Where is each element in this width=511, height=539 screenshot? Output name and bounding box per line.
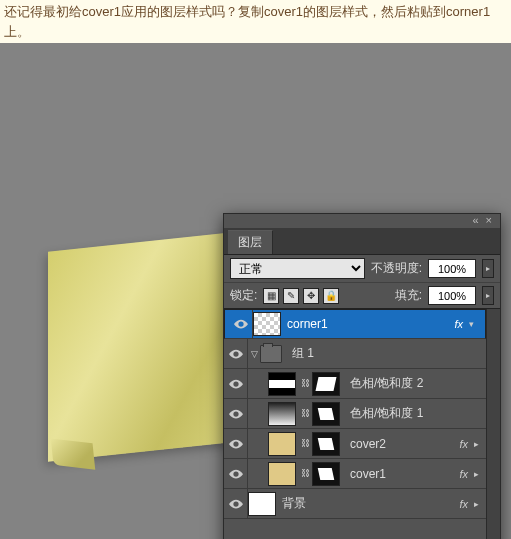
- fill-chevron-icon[interactable]: ▸: [482, 286, 494, 305]
- layer-name[interactable]: 色相/饱和度 1: [346, 405, 486, 422]
- photoshop-canvas: « × 图层 正常 不透明度: 100% ▸ 锁定: ▦ ✎ ✥ 🔒 填充: 1…: [0, 43, 511, 539]
- layer-mask[interactable]: [312, 402, 340, 426]
- fx-chevron-icon[interactable]: ▸: [470, 469, 482, 479]
- layer-mask[interactable]: [312, 462, 340, 486]
- layer-mask[interactable]: [312, 432, 340, 456]
- layer-mask[interactable]: [312, 372, 340, 396]
- visibility-toggle[interactable]: [224, 459, 248, 488]
- layer-name[interactable]: 色相/饱和度 2: [346, 375, 486, 392]
- fill-value[interactable]: 100%: [428, 286, 476, 305]
- layers-list: corner1 fx ▾ ▽ 组 1 ⛓ 色相/饱: [224, 309, 486, 539]
- lock-position-icon[interactable]: ✥: [303, 288, 319, 304]
- link-icon[interactable]: ⛓: [300, 468, 310, 480]
- layer-cover2[interactable]: ⛓ cover2 fx ▸: [224, 429, 486, 459]
- panel-drag-bar[interactable]: « ×: [224, 214, 500, 228]
- layer-name[interactable]: 组 1: [288, 345, 486, 362]
- group-twist-icon[interactable]: ▽: [248, 349, 260, 359]
- layer-name[interactable]: cover2: [346, 437, 459, 451]
- layer-group1[interactable]: ▽ 组 1: [224, 339, 486, 369]
- visibility-toggle[interactable]: [224, 429, 248, 458]
- folder-icon: [260, 345, 282, 363]
- layer-thumb[interactable]: [268, 432, 296, 456]
- tab-layers[interactable]: 图层: [228, 230, 273, 254]
- fx-badge[interactable]: fx: [454, 318, 463, 330]
- link-icon[interactable]: ⛓: [300, 438, 310, 450]
- layer-thumb[interactable]: [248, 492, 276, 516]
- lock-paint-icon[interactable]: ✎: [283, 288, 299, 304]
- layer-corner1[interactable]: corner1 fx ▾: [224, 309, 486, 339]
- layer-thumb[interactable]: [268, 372, 296, 396]
- layers-empty-area: [224, 519, 486, 539]
- panel-menu-icon[interactable]: « ×: [472, 214, 494, 226]
- fx-chevron-icon[interactable]: ▸: [470, 499, 482, 509]
- opacity-chevron-icon[interactable]: ▸: [482, 259, 494, 278]
- layer-hue1[interactable]: ⛓ 色相/饱和度 1: [224, 399, 486, 429]
- lock-icons: ▦ ✎ ✥ 🔒: [263, 288, 339, 304]
- layer-name[interactable]: 背景: [278, 495, 459, 512]
- layer-cover1[interactable]: ⛓ cover1 fx ▸: [224, 459, 486, 489]
- fx-badge[interactable]: fx: [459, 498, 468, 510]
- fx-badge[interactable]: fx: [459, 438, 468, 450]
- visibility-toggle[interactable]: [224, 369, 248, 398]
- layers-scrollbar[interactable]: [486, 309, 500, 539]
- visibility-toggle[interactable]: [229, 310, 253, 338]
- visibility-toggle[interactable]: [224, 489, 248, 518]
- link-icon[interactable]: ⛓: [300, 408, 310, 420]
- layer-background[interactable]: 背景 fx ▸: [224, 489, 486, 519]
- layer-thumb[interactable]: [268, 462, 296, 486]
- layers-panel: « × 图层 正常 不透明度: 100% ▸ 锁定: ▦ ✎ ✥ 🔒 填充: 1…: [223, 213, 501, 539]
- lock-label: 锁定:: [230, 287, 257, 304]
- visibility-toggle[interactable]: [224, 339, 248, 368]
- fx-chevron-icon[interactable]: ▾: [465, 319, 477, 329]
- instruction-banner: 还记得最初给cover1应用的图层样式吗？复制cover1的图层样式，然后粘贴到…: [0, 0, 511, 43]
- fill-label: 填充:: [395, 287, 422, 304]
- fx-chevron-icon[interactable]: ▸: [470, 439, 482, 449]
- opacity-value[interactable]: 100%: [428, 259, 476, 278]
- layer-name[interactable]: corner1: [283, 317, 454, 331]
- layer-hue2[interactable]: ⛓ 色相/饱和度 2: [224, 369, 486, 399]
- layer-name[interactable]: cover1: [346, 467, 459, 481]
- visibility-toggle[interactable]: [224, 399, 248, 428]
- lock-all-icon[interactable]: 🔒: [323, 288, 339, 304]
- fx-badge[interactable]: fx: [459, 468, 468, 480]
- blend-mode-select[interactable]: 正常: [230, 258, 365, 279]
- link-icon[interactable]: ⛓: [300, 378, 310, 390]
- layer-thumb[interactable]: [253, 312, 281, 336]
- lock-transparency-icon[interactable]: ▦: [263, 288, 279, 304]
- layer-thumb[interactable]: [268, 402, 296, 426]
- opacity-label: 不透明度:: [371, 260, 422, 277]
